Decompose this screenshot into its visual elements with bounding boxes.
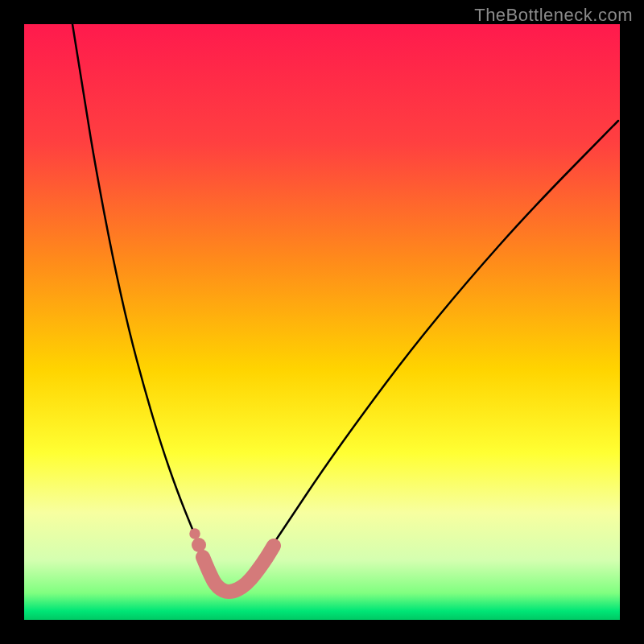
gradient-background: [24, 24, 620, 620]
marker-dot: [192, 538, 206, 552]
plot-svg: [24, 24, 620, 620]
marker-dot: [189, 528, 200, 539]
watermark-text: TheBottleneck.com: [474, 5, 633, 26]
plot-frame: [24, 24, 620, 620]
